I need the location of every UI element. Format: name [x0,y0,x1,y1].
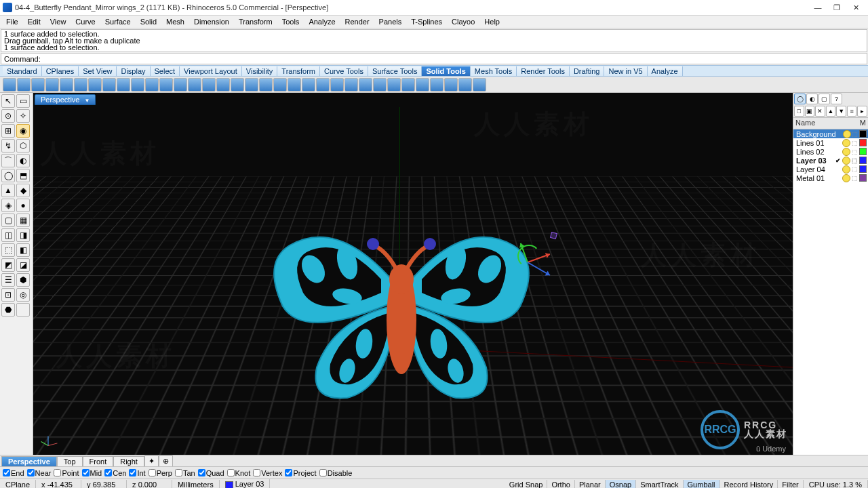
layer-lock-icon[interactable]: ⬚ [851,148,858,155]
viewport-title-tab[interactable]: Perspective ▼ [35,94,96,105]
menu-view[interactable]: View [45,17,71,26]
menu-edit[interactable]: Edit [23,17,45,26]
left-tool-18[interactable]: ◫ [1,228,15,242]
display-tab-icon[interactable]: ▢ [818,94,830,104]
solid-tool-19[interactable] [273,78,287,92]
osnap-knot[interactable]: Knot [227,469,251,477]
solid-tool-0[interactable] [3,78,16,92]
left-tool-7[interactable]: ⬡ [16,139,30,152]
viewtab-add[interactable]: ✦ [144,455,159,466]
tooltab-newinv5[interactable]: New in V5 [604,66,647,76]
tooltab-display[interactable]: Display [117,66,150,76]
layer-row[interactable]: Lines 01⬚ [793,138,868,147]
menu-tools[interactable]: Tools [277,17,304,26]
solid-tool-18[interactable] [259,78,273,92]
left-tool-6[interactable]: ↯ [1,139,15,152]
left-tool-23[interactable]: ◪ [16,258,30,272]
osnap-cen[interactable]: Cen [104,469,126,477]
left-tool-9[interactable]: ◐ [16,154,30,167]
gumball-manipulator[interactable] [504,238,551,285]
osnap-tan[interactable]: Tan [175,469,195,477]
osnap-checkbox[interactable] [149,469,156,476]
solid-tool-9[interactable] [131,78,144,92]
left-tool-3[interactable]: ✧ [16,109,30,123]
solid-tool-6[interactable] [88,78,102,92]
layer-lock-icon[interactable]: ⬚ [851,175,858,182]
osnap-checkbox[interactable] [54,469,61,476]
solid-tool-23[interactable] [330,78,344,92]
menu-mesh[interactable]: Mesh [161,17,189,26]
status-osnap[interactable]: Osnap [606,480,636,488]
minimize-button[interactable]: — [808,1,827,14]
status-gridsnap[interactable]: Grid Snap [505,480,548,488]
solid-tool-28[interactable] [401,78,415,92]
viewtab-front[interactable]: Front [83,456,114,466]
delete-layer-button[interactable]: ✕ [815,106,825,117]
solid-tool-30[interactable] [430,78,443,92]
tools-button[interactable]: ▸ [857,106,867,117]
osnap-point[interactable]: Point [54,469,79,477]
solid-tool-12[interactable] [174,78,187,92]
status-planar[interactable]: Planar [575,480,606,488]
osnap-checkbox[interactable] [319,469,327,476]
left-tool-17[interactable]: ▦ [16,214,30,227]
left-tool-14[interactable]: ◈ [1,199,15,212]
layer-lock-icon[interactable]: ⬚ [851,166,858,173]
viewtab-top[interactable]: Top [57,456,83,466]
viewtab-perspective[interactable]: Perspective [1,456,57,466]
move-down-button[interactable]: ▼ [836,106,846,117]
layer-color-swatch[interactable] [859,165,867,173]
tooltab-transform[interactable]: Transform [277,66,320,76]
left-tool-16[interactable]: ▢ [1,214,15,227]
solid-tool-2[interactable] [31,78,45,92]
layer-visible-icon[interactable] [842,139,850,147]
osnap-checkbox[interactable] [129,469,136,476]
left-tool-12[interactable]: ▲ [1,184,15,197]
solid-tool-24[interactable] [344,78,358,92]
filter-button[interactable]: ≡ [847,106,857,117]
command-input[interactable] [42,54,864,64]
menu-dimension[interactable]: Dimension [189,17,234,26]
left-tool-20[interactable]: ⬚ [1,243,15,257]
status-filter[interactable]: Filter [778,480,803,488]
menu-solid[interactable]: Solid [136,17,161,26]
gumball-z-arrow[interactable] [528,262,551,276]
solid-tool-27[interactable] [387,78,401,92]
solid-tool-14[interactable] [202,78,216,92]
menu-help[interactable]: Help [479,17,505,26]
solid-tool-10[interactable] [145,78,159,92]
menu-render[interactable]: Render [340,17,374,26]
osnap-perp[interactable]: Perp [149,469,172,477]
tooltab-solidtools[interactable]: Solid Tools [422,66,470,76]
layer-color-swatch[interactable] [859,139,867,146]
osnap-project[interactable]: Project [285,469,316,477]
solid-tool-11[interactable] [159,78,173,92]
tooltab-drafting[interactable]: Drafting [570,66,605,76]
tooltab-viewportlayout[interactable]: Viewport Layout [180,66,242,76]
left-tool-13[interactable]: ◆ [16,184,30,197]
left-tool-28[interactable]: ⬣ [1,303,15,317]
osnap-checkbox[interactable] [198,469,205,476]
left-tool-0[interactable]: ↖ [1,94,15,108]
status-recordhistory[interactable]: Record History [720,480,778,488]
left-tool-19[interactable]: ◨ [16,228,30,242]
left-tool-11[interactable]: ⬒ [16,169,30,182]
osnap-near[interactable]: Near [27,469,52,477]
menu-clayoo[interactable]: Clayoo [447,17,479,26]
menu-file[interactable]: File [1,17,23,26]
status-gumball[interactable]: Gumball [684,480,720,488]
layer-color-swatch[interactable] [859,148,867,155]
tooltab-curvetools[interactable]: Curve Tools [320,66,368,76]
left-tool-24[interactable]: ☰ [1,273,15,287]
viewtab-more[interactable]: ⊕ [159,455,173,466]
menu-curve[interactable]: Curve [71,17,100,26]
move-up-button[interactable]: ▲ [826,106,836,117]
solid-tool-31[interactable] [444,78,458,92]
osnap-quad[interactable]: Quad [198,469,224,477]
solid-tool-7[interactable] [102,78,116,92]
osnap-checkbox[interactable] [27,469,35,476]
osnap-checkbox[interactable] [82,469,90,476]
viewport-3d[interactable]: 人人素材 人人素材 人人素材 人人素材 [33,93,793,455]
left-tool-1[interactable]: ▭ [16,94,30,108]
layer-row[interactable]: Layer 04⬚ [793,165,868,174]
